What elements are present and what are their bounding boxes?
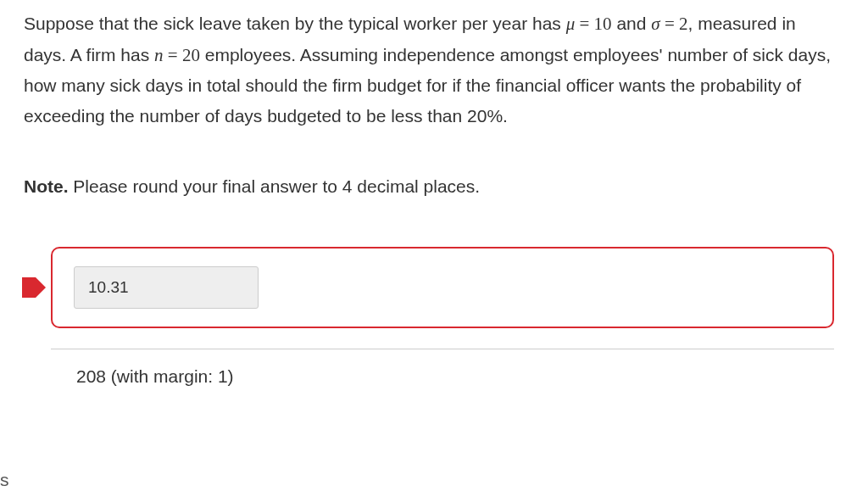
sigma-variable: σ xyxy=(651,14,659,34)
answer-input[interactable] xyxy=(74,266,259,309)
divider xyxy=(51,349,834,349)
note-body: Please round your final answer to 4 deci… xyxy=(69,176,481,196)
side-label: s xyxy=(0,470,10,490)
eq1: = xyxy=(575,14,593,34)
note-text: Note. Please round your final answer to … xyxy=(24,172,838,201)
q-part1: Suppose that the sick leave taken by the… xyxy=(24,14,566,33)
n-value: 20 xyxy=(182,45,200,65)
mu-value: 10 xyxy=(594,14,612,34)
answer-container xyxy=(51,247,834,328)
correct-answer-text: 208 (with margin: 1) xyxy=(76,366,838,387)
n-variable: n xyxy=(154,45,164,65)
eq2: = xyxy=(660,14,679,34)
sigma-value: 2 xyxy=(679,14,688,34)
question-text: Suppose that the sick leave taken by the… xyxy=(24,8,838,131)
q-part2: and xyxy=(612,14,652,33)
mu-variable: μ xyxy=(566,14,576,34)
eq3: = xyxy=(164,45,182,65)
note-label: Note. xyxy=(24,176,69,196)
